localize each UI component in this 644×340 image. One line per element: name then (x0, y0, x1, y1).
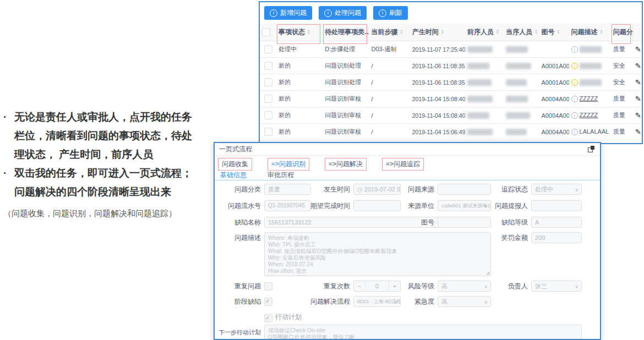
table-body: 处理中D:步骤处理D03-遏制2019-11-07 17:25:40i质量✎新的… (260, 41, 642, 145)
table-row[interactable]: 新的问题识别审核/2019-11-04 15:08:40A0004A000iZZ… (260, 107, 642, 124)
cell-status: 处理中 (276, 41, 323, 58)
edit-cell: ✎ (633, 124, 642, 140)
sort-down-icon: ▼ (441, 32, 444, 35)
toolbar-button-3[interactable]: i刷新 (373, 6, 408, 20)
row-checkbox-cell (260, 41, 276, 58)
sort-icon[interactable]: ▲▼ (496, 29, 499, 35)
description-textarea[interactable]: Where: 奇瑞捷豹 Who: TPL 操作员工 What: 接压缩机端双O型… (264, 232, 491, 276)
sort-icon[interactable]: ▲▼ (534, 29, 538, 35)
action-plan-label: 行动计划 (275, 312, 302, 322)
redacted-text (506, 46, 528, 53)
column-header[interactable]: 问题描述▲▼ (569, 23, 611, 41)
problem-desc-link[interactable]: ZZZZZ (580, 112, 598, 118)
table-row[interactable]: 新的问题识别审核/2019-11-04 15:08:40A0004A000iZZ… (260, 91, 642, 107)
redacted-text (467, 129, 493, 135)
column-header-label: 前序人员 (467, 28, 494, 36)
column-header[interactable]: 当前步骤▲▼ (369, 23, 410, 41)
sort-icon[interactable]: ▲▼ (307, 29, 310, 35)
flow-tab-3[interactable]: =>问题解决 (325, 158, 367, 171)
sort-icon[interactable]: ▲▼ (441, 29, 444, 35)
sort-down-icon: ▼ (600, 32, 603, 35)
column-header[interactable]: 前序人员▲▼ (465, 23, 504, 41)
sub-tab-1[interactable]: 基础信息 (220, 171, 247, 180)
flow-tab-1[interactable]: 问题收集 (218, 158, 252, 171)
info-circle-icon: i (571, 63, 578, 69)
edit-pencil-icon[interactable]: ✎ (635, 78, 641, 86)
urgency-select[interactable]: 高 ∨ (438, 296, 491, 307)
toolbar-button-1[interactable]: i新增问题 (264, 6, 312, 20)
edit-cell: ✎ (633, 107, 642, 124)
table-row[interactable]: 新的问题识别处理/2019-11-06 11:08:35A0001A000i安全… (260, 58, 642, 74)
column-header[interactable]: 事项状态▲▼ (276, 23, 323, 41)
header-checkbox-cell[interactable] (260, 23, 276, 41)
redacted-text (506, 79, 527, 86)
owner-select[interactable]: 张三 ∨ (531, 281, 582, 292)
cell-prev-person (465, 58, 504, 74)
reporter-input[interactable] (531, 200, 582, 211)
bullet-glyph (3, 127, 14, 145)
row-checkbox[interactable] (264, 95, 272, 103)
cell-pending-type: 问题识别处理 (323, 74, 369, 91)
column-header[interactable]: 待处理事项类…▲▼ (323, 23, 369, 41)
redacted-text (506, 129, 527, 135)
defect-level-input[interactable]: A (531, 217, 582, 228)
cell-problem-desc: i (569, 74, 611, 91)
problem-desc-link[interactable]: ZZZZZ (580, 95, 598, 102)
sub-tab-2[interactable]: 审批历程 (268, 171, 294, 180)
flow-tab-4[interactable]: =>问题追踪 (382, 158, 424, 171)
table-row[interactable]: 新的问题识别审核/2019-11-04 15:06:49A0004A000iLA… (260, 124, 642, 140)
cell-problem-desc: i (569, 41, 611, 58)
column-header-label: 当前步骤 (372, 28, 398, 36)
sort-icon[interactable]: ▲▼ (400, 29, 403, 35)
select-all-checkbox[interactable] (262, 28, 270, 36)
cell-created-time: 2019-11-06 11:08:35 (410, 74, 465, 91)
toolbar-button-2[interactable]: i处理问题 (319, 6, 367, 20)
button-label: 刷新 (389, 8, 402, 18)
column-header-label: 当序人员 (506, 28, 532, 36)
edit-pencil-icon[interactable]: ✎ (635, 45, 641, 53)
row-checkbox[interactable] (264, 111, 272, 119)
column-header-label: 问题描述 (571, 28, 598, 36)
cell-created-time: 2019-11-07 17:25:40 (410, 41, 465, 58)
row-checkbox[interactable] (264, 45, 272, 53)
defect-level-label: 缺陷等级 (478, 217, 528, 228)
note-text: 双击我的任务，即可进入一页式流程； (14, 164, 192, 183)
edit-pencil-icon[interactable]: ✎ (635, 62, 641, 70)
cell-category: 安全 (611, 74, 633, 91)
bullet-glyph: · (3, 108, 14, 127)
next-action-textarea[interactable]: 现场验证Check On-site: O型圈断口处有切边现象，疑似刀断 (264, 325, 582, 340)
cell-category: 质量 (611, 41, 633, 58)
edit-pencil-icon[interactable]: ✎ (635, 95, 641, 103)
sort-down-icon: ▼ (534, 32, 538, 35)
cell-category: 安全 (611, 58, 633, 74)
column-header[interactable]: 产生时间▲▼ (410, 23, 465, 41)
reporter-label: 问题提报人 (478, 200, 528, 211)
restore-window-icon[interactable] (588, 146, 594, 152)
select-value: 1561137133122 (268, 219, 312, 226)
row-checkbox[interactable] (264, 78, 272, 86)
sort-icon[interactable]: ▲▼ (556, 29, 560, 35)
reward-amount-input[interactable]: 200 (531, 232, 582, 243)
row-checkbox[interactable] (264, 128, 272, 136)
table-row[interactable]: 新的问题识别处理/2019-11-06 11:08:35A0001A000i安全… (260, 74, 642, 91)
cell-pending-type: 问题识别审核 (323, 107, 369, 124)
occur-time-label: 发生时间 (297, 184, 350, 195)
column-header[interactable]: 当序人员▲▼ (504, 23, 539, 41)
cell-current-person (504, 58, 539, 74)
repeat-problem-checkbox[interactable] (264, 282, 272, 290)
chevron-down-icon: ∨ (575, 184, 578, 195)
sort-icon[interactable]: ▲▼ (600, 29, 603, 35)
action-plan-checkbox[interactable]: ✓ (264, 314, 272, 322)
edit-pencil-icon[interactable]: ✎ (635, 128, 641, 136)
flow-tab-2[interactable]: =>问题识别 (268, 158, 309, 171)
edit-pencil-icon[interactable]: ✎ (635, 111, 641, 119)
stage-defect-checkbox[interactable]: ✓ (264, 298, 272, 306)
column-header[interactable]: 问题分类 (611, 23, 633, 41)
column-header[interactable]: 图号▲▼ (539, 23, 569, 41)
bullet-glyph: · (3, 164, 14, 183)
flow-tabs: 问题收集=>问题识别=>问题解决=>问题追踪 (218, 158, 424, 171)
minus-button[interactable]: − (354, 281, 365, 291)
row-checkbox[interactable] (264, 62, 272, 70)
track-status-select[interactable]: 处理中 ∨ (531, 184, 582, 195)
table-row[interactable]: 处理中D:步骤处理D03-遏制2019-11-07 17:25:40i质量✎ (260, 41, 642, 58)
